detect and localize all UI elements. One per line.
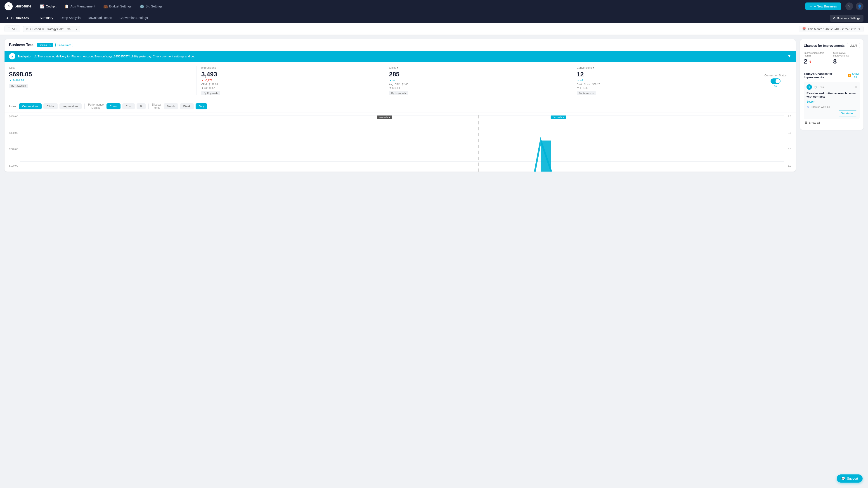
navigator-warning-text: ⚠ There was no delivery for Platform Acc… xyxy=(34,55,196,58)
clicks-dropdown-icon[interactable]: ▾ xyxy=(397,66,398,69)
new-business-button[interactable]: ＋ + New Business xyxy=(805,2,841,10)
nav-ads-management-label: Ads Management xyxy=(70,4,95,8)
show-all-bottom[interactable]: ☰ Show all xyxy=(804,119,860,126)
navigator-label: Navigator ⚠ There was no delivery for Pl… xyxy=(18,55,785,58)
metric-impressions: Impressions 3,493 ▼ -6,977 CPM : $199.84… xyxy=(197,66,384,95)
logo-area[interactable]: S Shirofune xyxy=(4,2,31,10)
list-all-button[interactable]: List All xyxy=(847,43,860,48)
nav-bid-settings[interactable]: ⚙️ Bid Settings xyxy=(136,2,166,10)
clicks-by-keywords-button[interactable]: By Keywords xyxy=(389,91,408,95)
avatar-button[interactable]: 👤 xyxy=(856,2,864,10)
period-day-button[interactable]: Day xyxy=(195,103,207,109)
y-label-2: $240.00 xyxy=(9,148,18,151)
connection-toggle[interactable] xyxy=(771,78,780,84)
navigator-chevron[interactable]: ▼ xyxy=(787,54,791,58)
period-week-button[interactable]: Week xyxy=(180,103,194,109)
chance-time-value: 3 min. xyxy=(818,86,825,88)
strategy-dropdown[interactable]: ⚙ ℹ Schedule Strategy Call* + Cal.... ▾ xyxy=(23,26,80,32)
y-label-right-1: 5.7 xyxy=(788,132,791,134)
metric-clicks-label: Clicks ▾ xyxy=(389,66,567,69)
strategy-value: Schedule Strategy Call* + Cal.... xyxy=(32,27,74,31)
filter-dropdown[interactable]: ☰ All ▾ xyxy=(4,26,20,32)
filter-arrow-icon: ▾ xyxy=(16,28,18,30)
chance-item: 1 🕐 3 min. ✕ Resolve and optimize search… xyxy=(804,82,860,119)
connection-status-label: Connection Status xyxy=(765,74,786,77)
y-label-0: $480.00 xyxy=(9,115,18,118)
tab-summary[interactable]: Summary xyxy=(36,13,57,23)
help-icon: ? xyxy=(848,4,850,8)
divider xyxy=(804,69,860,69)
support-icon: 💬 xyxy=(841,477,845,480)
support-button[interactable]: 💬 Support xyxy=(837,475,863,483)
main-content: Business Total Bidding ON Conversions ▲ … xyxy=(0,35,868,176)
metric-impressions-value: 3,493 xyxy=(201,71,380,78)
this-month-label: Improvements this month xyxy=(804,52,831,57)
this-month-stat: Improvements this month 2 -3 xyxy=(804,52,831,65)
y-labels-left: $480.00 $360.00 $240.00 $120.00 xyxy=(9,115,18,167)
strategy-arrow-icon: ▾ xyxy=(76,28,77,30)
cumulative-stat: Cumulative improvements 8 xyxy=(833,52,860,65)
performance-label-line1: Performance xyxy=(88,103,104,106)
nav-cockpit[interactable]: 📈 Cockpit xyxy=(37,2,60,10)
metric-clicks-sub1: Avg. CPC : $2.45 xyxy=(389,83,567,86)
left-panel: Business Total Bidding ON Conversions ▲ … xyxy=(4,39,796,171)
metric-cost-label: Cost xyxy=(9,66,192,69)
y-labels-right: 7.6 5.7 3.8 1.9 xyxy=(788,115,791,167)
perf-percent-button[interactable]: % xyxy=(136,103,146,109)
index-impressions-button[interactable]: Impressions xyxy=(59,103,82,109)
tab-download-report[interactable]: Download Report xyxy=(84,13,116,23)
plus-icon: ＋ xyxy=(809,4,813,8)
impressions-by-keywords-button[interactable]: By Keywords xyxy=(201,91,220,95)
strategy-icon: ⚙ xyxy=(26,27,29,31)
perf-cost-button[interactable]: Cost xyxy=(122,103,135,109)
metric-clicks-sub2: ▼ $+0.54 xyxy=(389,87,567,89)
metric-cost-change: ▲ $+161.24 xyxy=(9,79,192,82)
panel-title: Business Total xyxy=(9,43,35,47)
support-label: Support xyxy=(847,477,858,480)
date-picker[interactable]: 📅 This Month : 2022/12/01 - 2022/12/11 ▾ xyxy=(799,26,864,32)
metric-conversions: Conversions ▾ 12 ▲ +2 Cost / Conv. : $58… xyxy=(572,66,760,95)
avatar-icon: 👤 xyxy=(857,4,862,9)
chance-time: 🕐 3 min. xyxy=(814,86,852,89)
display-label-line1: Display xyxy=(152,103,161,106)
settings-icon: ⚙ xyxy=(833,17,836,20)
period-month-button[interactable]: Month xyxy=(164,103,178,109)
tab-deep-analysis[interactable]: Deep Analysis xyxy=(57,13,84,23)
show-all-link[interactable]: Show all xyxy=(851,72,860,79)
cumulative-label: Cumulative improvements xyxy=(833,52,860,57)
chance-close-button[interactable]: ✕ xyxy=(855,85,857,89)
todays-chances-header: Today's Chances for Improvements 1 Show … xyxy=(804,72,860,79)
business-settings-button[interactable]: ⚙ Business Settings xyxy=(830,15,864,22)
nav-budget-settings-label: Budget Settings xyxy=(109,4,132,8)
y-label-1: $360.00 xyxy=(9,132,18,134)
help-button[interactable]: ? xyxy=(845,2,853,10)
y-label-right-2: 3.8 xyxy=(788,148,791,151)
show-all-bottom-label: Show all xyxy=(809,121,820,124)
this-month-change: -3 xyxy=(809,60,811,63)
orange-dot-badge: 1 xyxy=(848,74,851,77)
conversions-by-keywords-button[interactable]: By Keywords xyxy=(577,91,596,95)
conversions-dropdown-icon[interactable]: ▾ xyxy=(593,66,594,69)
connection-status-cell: Connection Status ON xyxy=(760,66,791,95)
separator-2 xyxy=(148,103,149,109)
navigator-title: Navigator xyxy=(18,55,32,58)
metric-clicks: Clicks ▾ 285 ▲ +4 Avg. CPC : $2.45 ▼ $+0… xyxy=(384,66,572,95)
chance-item-header: 1 🕐 3 min. ✕ xyxy=(806,84,857,90)
new-business-label: + New Business xyxy=(814,4,837,8)
metric-conversions-value: 12 xyxy=(577,71,755,78)
metric-conversions-sub2: ▼ $+3.95 xyxy=(577,87,755,89)
all-businesses-label: All Businesses xyxy=(4,13,31,23)
index-clicks-button[interactable]: Clicks xyxy=(43,103,58,109)
get-started-button[interactable]: Get started xyxy=(838,110,857,117)
chart-area: $480.00 $360.00 $240.00 $120.00 7.6 5.7 … xyxy=(4,113,796,171)
nav-ads-management[interactable]: 📋 Ads Management xyxy=(61,2,98,10)
index-conversions-button[interactable]: Conversions xyxy=(19,103,41,109)
metric-clicks-change: ▲ +4 xyxy=(389,79,567,82)
perf-count-button[interactable]: Count xyxy=(106,103,121,109)
cockpit-icon: 📈 xyxy=(40,4,44,9)
cost-by-keywords-button[interactable]: By Keywords xyxy=(9,84,28,88)
filter-value: All xyxy=(12,27,15,31)
nav-budget-settings[interactable]: 💼 Budget Settings xyxy=(100,2,135,10)
tab-conversion-settings[interactable]: Conversion Settings xyxy=(116,13,151,23)
improvements-header: Chances for Improvements List All xyxy=(804,43,860,48)
